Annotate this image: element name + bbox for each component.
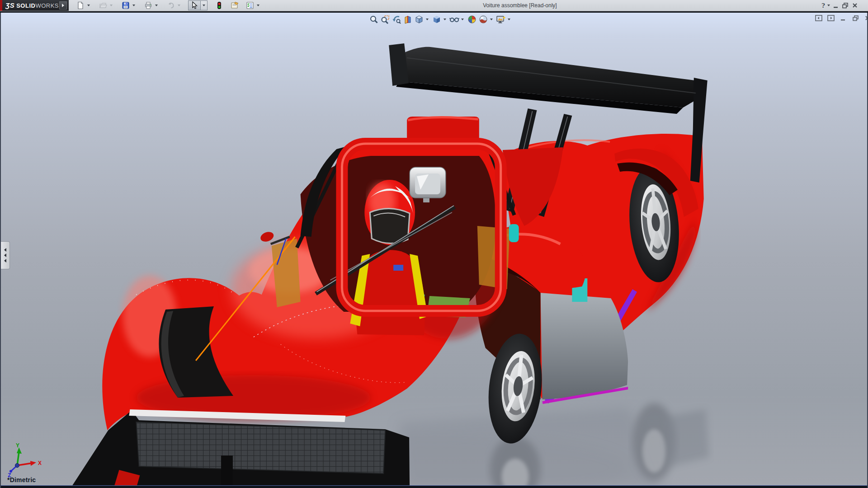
save-button[interactable]	[120, 0, 131, 10]
display-style-icon	[432, 15, 441, 24]
print-icon	[144, 1, 152, 9]
select-button[interactable]	[188, 0, 201, 10]
front-grille	[136, 422, 385, 474]
apply-scene-icon	[479, 15, 488, 24]
hide-show-items-dropdown[interactable]	[460, 14, 465, 25]
graphics-area[interactable]: Y X Z *Dimetric	[0, 13, 868, 488]
comment-note-button[interactable]	[229, 0, 240, 10]
view-settings-dropdown[interactable]	[506, 14, 511, 25]
view-orientation-label: *Dimetric	[7, 476, 36, 483]
chevron-left-icon	[4, 248, 6, 252]
teal-bracket	[509, 224, 519, 242]
restore-button[interactable]	[840, 1, 850, 9]
options-checklist-icon	[246, 1, 255, 9]
view-orientation-button[interactable]	[413, 14, 425, 25]
save-dropdown[interactable]	[131, 0, 137, 10]
options-dropdown[interactable]	[255, 0, 261, 10]
collapse-left-pane-button[interactable]	[815, 14, 823, 21]
collapse-right-pane-button[interactable]	[827, 14, 835, 21]
chevron-left-icon	[4, 259, 6, 263]
splitter-post	[221, 455, 233, 488]
doc-restore-icon	[852, 15, 859, 21]
belt-buckle	[393, 265, 403, 271]
print-button[interactable]	[143, 0, 154, 10]
edit-appearance-icon	[467, 15, 476, 24]
undo-icon	[167, 1, 175, 9]
reference-triad: Y X Z	[6, 443, 50, 481]
edit-appearance-button[interactable]	[466, 14, 477, 25]
zoom-to-area-button[interactable]	[379, 14, 391, 25]
doc-minimize-button[interactable]	[839, 14, 847, 21]
display-style-dropdown[interactable]	[442, 14, 447, 25]
new-document-icon	[76, 1, 85, 9]
apply-scene-dropdown[interactable]	[489, 14, 494, 25]
triad-origin	[15, 464, 19, 468]
traffic-light-button[interactable]	[214, 0, 225, 10]
restore-icon	[842, 2, 849, 9]
undo-button[interactable]	[165, 0, 176, 10]
select-dropdown[interactable]	[201, 0, 208, 10]
apply-scene-button[interactable]	[477, 14, 489, 25]
section-view-button[interactable]	[402, 14, 413, 25]
view-settings-icon	[496, 15, 506, 24]
title-bar: ƷSSOLIDWORKS	[0, 0, 868, 11]
comment-note-icon	[231, 1, 239, 9]
close-icon	[852, 2, 858, 9]
display-style-button[interactable]	[431, 14, 442, 25]
close-button[interactable]	[850, 1, 859, 9]
solidworks-logo: ƷSSOLIDWORKS	[0, 0, 69, 11]
open-dropdown[interactable]	[108, 0, 114, 10]
view-orientation-icon	[415, 15, 424, 24]
solidworks-window: ƷSSOLIDWORKS	[0, 0, 868, 488]
print-dropdown[interactable]	[154, 0, 159, 10]
previous-view-button[interactable]	[391, 14, 402, 25]
collapse-left-pane-icon	[815, 15, 822, 21]
brand-text: ƷSSOLIDWORKS	[5, 1, 59, 9]
doc-restore-button[interactable]	[851, 14, 859, 21]
open-button[interactable]	[98, 0, 108, 10]
x-axis-arrow	[30, 461, 36, 466]
zoom-to-area-icon	[381, 15, 390, 24]
open-folder-icon	[99, 1, 107, 9]
titlebar-controls: ?	[820, 0, 859, 11]
view-orientation-dropdown[interactable]	[425, 14, 429, 25]
center-mirror	[410, 167, 446, 202]
hide-show-items-icon	[449, 15, 459, 24]
doc-close-button[interactable]	[863, 14, 868, 21]
x-axis-label: X	[38, 460, 42, 466]
y-axis-label: Y	[16, 443, 19, 449]
help-button[interactable]: ?	[820, 1, 826, 9]
view-settings-button[interactable]	[495, 14, 506, 25]
select-tool-group	[188, 0, 208, 10]
car-3d-scene	[1, 13, 867, 488]
minimize-icon	[833, 2, 839, 9]
zoom-to-fit-button[interactable]	[368, 14, 379, 25]
traffic-light-icon	[216, 1, 222, 9]
window-title: Voiture assomblee [Read-only]	[434, 0, 606, 11]
help-dropdown[interactable]	[826, 1, 831, 9]
collapse-right-pane-icon	[827, 15, 835, 21]
save-floppy-icon	[122, 1, 130, 9]
hide-show-items-button[interactable]	[448, 14, 460, 25]
options-button[interactable]	[245, 0, 255, 10]
brand-glyph: ƷS	[5, 1, 14, 9]
headsup-view-toolbar	[368, 14, 513, 25]
document-window-controls	[815, 14, 868, 21]
new-document-dropdown[interactable]	[86, 0, 91, 10]
doc-close-icon	[864, 15, 868, 21]
section-view-icon	[403, 15, 412, 24]
select-cursor-icon	[191, 1, 198, 9]
logo-red-strip	[0, 0, 2, 11]
chevron-left-icon	[4, 253, 6, 257]
undo-dropdown[interactable]	[176, 0, 182, 10]
zoom-to-fit-icon	[369, 15, 378, 24]
new-document-button[interactable]	[75, 0, 86, 10]
bottom-edge-strip	[1, 485, 867, 488]
minimize-button[interactable]	[831, 1, 840, 9]
rocker-panel	[541, 293, 628, 399]
main-toolbar	[75, 0, 267, 11]
doc-minimize-icon	[840, 15, 846, 21]
previous-view-icon	[392, 15, 401, 24]
menu-expand-arrow-icon[interactable]	[59, 1, 67, 9]
feature-pane-flyout-tab[interactable]	[1, 241, 10, 269]
